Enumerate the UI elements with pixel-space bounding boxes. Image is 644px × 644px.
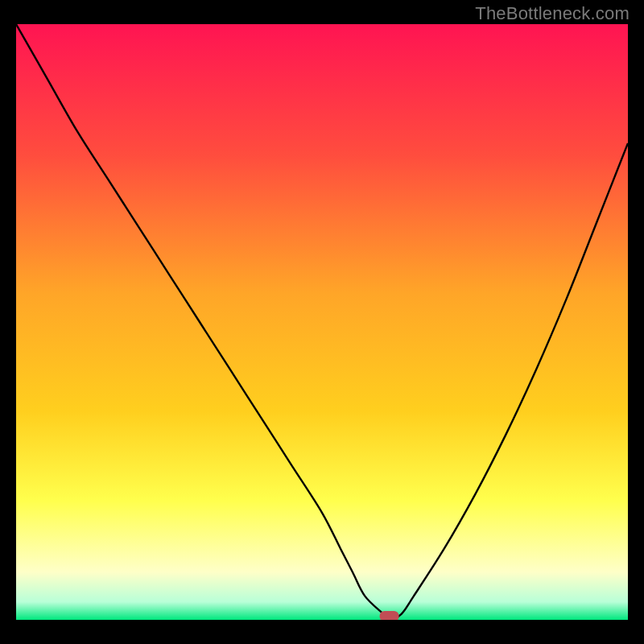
gradient-background [16,24,628,620]
chart-svg [16,24,628,620]
plot-area [16,24,628,620]
watermark-text: TheBottleneck.com [475,3,630,24]
chart-container: TheBottleneck.com [0,0,644,644]
minimum-marker [380,611,399,620]
